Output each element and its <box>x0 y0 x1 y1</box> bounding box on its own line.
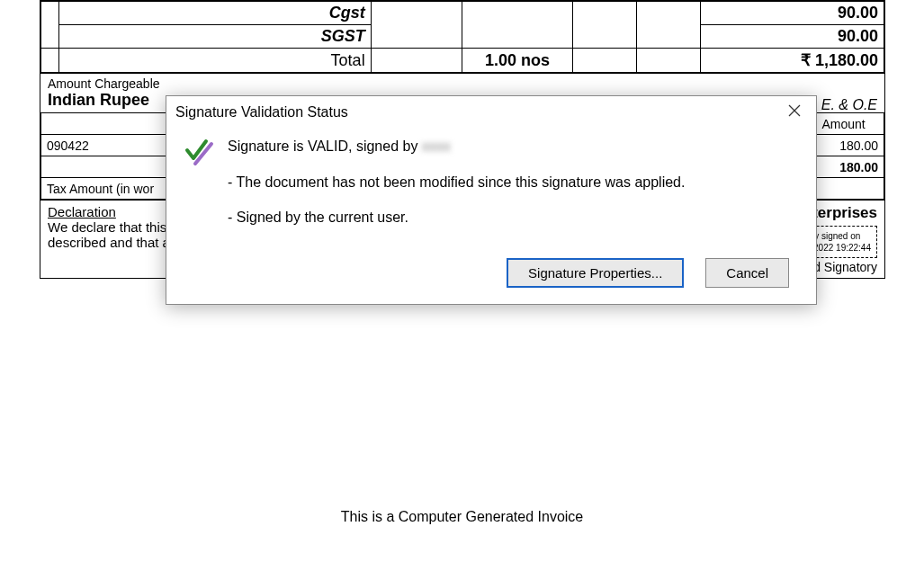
dialog-main-text: Signature is VALID, signed by <box>228 138 422 154</box>
dialog-bullet-2: - Signed by the current user. <box>228 206 798 229</box>
total-label: Total <box>59 49 371 73</box>
valid-signature-icon <box>184 135 215 242</box>
close-icon[interactable] <box>784 102 805 122</box>
dialog-main-line: Signature is VALID, signed by xxxx <box>228 135 798 158</box>
invoice-table: Cgst 90.00 SGST 90.00 Total 1.00 nos ₹ 1… <box>40 1 884 73</box>
footer-text: This is a Computer Generated Invoice <box>0 502 924 532</box>
cgst-label: Cgst <box>59 2 371 25</box>
dialog-text: Signature is VALID, signed by xxxx - The… <box>228 135 798 242</box>
cancel-button[interactable]: Cancel <box>705 258 789 288</box>
dialog-button-row: Signature Properties... Cancel <box>166 251 816 304</box>
blank-cell <box>572 49 636 73</box>
blank-cell <box>636 49 700 73</box>
signature-validation-dialog: Signature Validation Status Signature is… <box>166 95 817 305</box>
blank-cell <box>41 2 59 49</box>
cgst-amount: 90.00 <box>701 2 884 25</box>
dialog-signer-name: xxxx <box>422 135 451 158</box>
blank-cell <box>572 2 636 49</box>
amount-chargeable-label: Amount Chargeable <box>48 76 877 91</box>
dialog-bullet-1: - The document has not been modified sin… <box>228 171 798 194</box>
sgst-label: SGST <box>59 25 371 49</box>
eoe-label: E. & O.E <box>821 97 877 113</box>
signature-properties-button[interactable]: Signature Properties... <box>507 258 684 288</box>
blank-cell <box>636 2 700 49</box>
total-qty: 1.00 nos <box>462 49 572 73</box>
dialog-body: Signature is VALID, signed by xxxx - The… <box>166 126 816 251</box>
blank-cell <box>462 2 572 49</box>
dialog-titlebar: Signature Validation Status <box>166 96 816 126</box>
blank-cell <box>371 2 462 49</box>
total-amount: ₹ 1,180.00 <box>701 49 884 73</box>
blank-cell <box>41 49 59 73</box>
blank-cell <box>371 49 462 73</box>
dialog-title-text: Signature Validation Status <box>175 104 348 120</box>
sgst-amount: 90.00 <box>701 25 884 49</box>
